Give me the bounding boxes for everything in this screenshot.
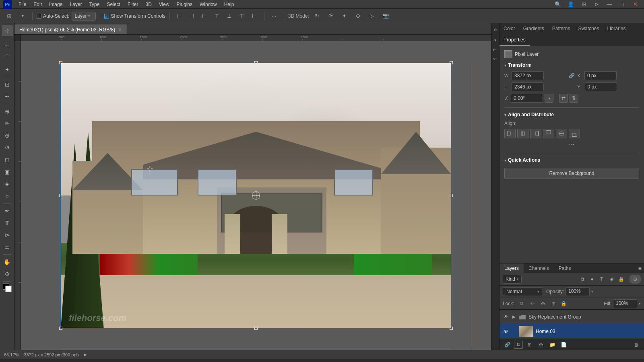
align-right-btn[interactable]: ⊢	[199, 11, 210, 21]
transform-handle-tr[interactable]	[450, 61, 453, 64]
blur-tool[interactable]: ◈	[2, 178, 13, 189]
filter-pixel-btn[interactable]: ⧉	[578, 275, 587, 284]
auto-select-checkbox[interactable]	[37, 14, 41, 19]
brush-tool[interactable]: ✏	[2, 118, 13, 129]
transform-handle-bc[interactable]	[254, 327, 258, 330]
crop-tool[interactable]: ⊡	[2, 79, 13, 90]
menu-type[interactable]: Type	[86, 1, 103, 8]
dodge-tool[interactable]: ○	[2, 190, 13, 202]
color-swatch[interactable]	[3, 283, 12, 292]
layers-tab[interactable]: Layers	[500, 263, 524, 273]
align-section-header[interactable]: ▾ Align and Distribute	[504, 112, 639, 117]
filter-kind-dropdown[interactable]: Kind ▾	[503, 275, 522, 284]
canvas-scroll[interactable]: filehorse.com	[21, 41, 491, 350]
healing-tool[interactable]: ⊕	[2, 106, 13, 117]
history-panel-btn[interactable]: ⟳	[493, 27, 497, 33]
filter-shape-btn[interactable]: ◈	[607, 275, 616, 284]
link-wh-btn[interactable]: 🔗	[569, 73, 575, 78]
filter-smart-btn[interactable]: 🔒	[617, 275, 625, 284]
menu-help[interactable]: Help	[221, 1, 237, 8]
menu-window[interactable]: Window	[196, 1, 220, 8]
remove-background-btn[interactable]: Remove Background	[504, 168, 639, 179]
align-center-h-edge-btn[interactable]	[517, 129, 528, 138]
distribute-left-btn[interactable]: ⊢	[249, 11, 260, 21]
opacity-value[interactable]: 100%	[566, 287, 590, 296]
shape-tool[interactable]: ▭	[2, 241, 13, 253]
transform-handle-bl[interactable]	[59, 327, 62, 330]
account-btn[interactable]: 👤	[565, 0, 576, 9]
paths-tab[interactable]: Paths	[554, 263, 576, 273]
flip-v-btn[interactable]: ⇅	[570, 94, 578, 103]
history-brush-tool[interactable]: ↺	[2, 142, 13, 153]
close-btn[interactable]: ✕	[630, 0, 641, 9]
auto-select-type-dropdown[interactable]: Layer	[72, 12, 96, 21]
paragraph-panel-btn[interactable]: ¶	[493, 56, 497, 61]
layer-delete-btn[interactable]: 🗑	[632, 341, 641, 349]
layer-visibility-home03[interactable]: 👁	[503, 328, 509, 335]
tab-patterns[interactable]: Patterns	[548, 23, 574, 35]
filter-toggle-btn[interactable]: ⊙	[630, 275, 641, 284]
tab-libraries[interactable]: Libraries	[603, 23, 630, 35]
show-transform-checkbox[interactable]: ✓	[104, 14, 109, 19]
layer-visibility-sky[interactable]: 👁	[503, 314, 509, 320]
transform-section-header[interactable]: ▾ Transform	[504, 62, 639, 68]
filter-adjust-btn[interactable]: ●	[588, 275, 597, 284]
menu-edit[interactable]: Edit	[30, 1, 45, 8]
clone-tool[interactable]: ⊕	[2, 130, 13, 141]
3d-roll-btn[interactable]: ⟳	[325, 11, 336, 21]
gradient-tool[interactable]: ▣	[2, 166, 13, 177]
move-tool-btn[interactable]: ⊕	[3, 11, 14, 21]
align-top-edge-btn[interactable]	[543, 129, 554, 138]
menu-view[interactable]: View	[156, 1, 173, 8]
search-btn[interactable]: 🔍	[552, 0, 564, 9]
menu-layer[interactable]: Layer	[66, 1, 85, 8]
angle-input[interactable]: 0.00°	[511, 94, 543, 103]
layer-adjustment-btn[interactable]: ⊕	[537, 341, 545, 349]
channels-tab[interactable]: Channels	[524, 263, 554, 273]
width-input[interactable]	[512, 71, 544, 80]
align-center-v-edge-btn[interactable]	[556, 129, 567, 138]
align-left-edge-btn[interactable]	[504, 129, 516, 138]
background-color[interactable]	[5, 286, 12, 292]
align-top-btn[interactable]: ⊤	[211, 11, 223, 21]
menu-file[interactable]: File	[15, 1, 29, 8]
transform-handle-ml[interactable]	[59, 194, 62, 197]
more-toolbar-btn[interactable]: ···	[268, 11, 280, 21]
tab-color[interactable]: Color	[500, 23, 519, 35]
align-center-h-btn[interactable]: ⊣	[186, 11, 198, 21]
layer-mask-btn[interactable]: ⊞	[525, 341, 534, 349]
blend-mode-dropdown[interactable]: Normal ▾	[503, 287, 543, 296]
transform-handle-mr[interactable]	[450, 194, 453, 197]
layer-fx-btn[interactable]: fx	[514, 341, 523, 349]
lock-move-btn[interactable]: ⊕	[539, 300, 547, 308]
3d-rotate-btn[interactable]: ↻	[312, 11, 323, 21]
opacity-dropdown-btn[interactable]: ▾	[591, 290, 593, 294]
layer-expand-sky[interactable]: ▶	[512, 315, 516, 319]
lock-artboard-btn[interactable]: ⊞	[549, 300, 558, 308]
transform-handle-tc[interactable]	[254, 61, 258, 64]
eraser-tool[interactable]: ◻	[2, 154, 13, 165]
pen-tool[interactable]: ✒	[2, 205, 13, 216]
angle-dropdown-btn[interactable]: ▾	[545, 94, 553, 103]
fill-value[interactable]: 100%	[613, 299, 637, 308]
hand-tool[interactable]: ✋	[2, 256, 13, 267]
align-middle-v-btn[interactable]: ⊥	[224, 11, 235, 21]
menu-filter[interactable]: Filter	[124, 1, 142, 8]
quick-select-tool[interactable]: ✦	[2, 64, 13, 75]
lock-pixels-btn[interactable]: ⧉	[518, 300, 526, 308]
3d-pan-btn[interactable]: ✦	[339, 11, 350, 21]
fill-dropdown-btn[interactable]: ▾	[639, 302, 641, 306]
type-tool[interactable]: T	[2, 217, 13, 228]
more-btn[interactable]: ⊳	[591, 0, 602, 9]
status-arrow-btn[interactable]: ▶	[84, 352, 87, 357]
layer-row-sky-replacement[interactable]: 👁 ▶ Sky Replacement Group	[500, 310, 644, 324]
height-input[interactable]	[512, 82, 544, 91]
menu-image[interactable]: Image	[46, 1, 66, 8]
layer-link-btn[interactable]: 🔗	[503, 341, 512, 349]
document-tab[interactable]: Home03(1).psd @ 66.2% (Home 03, RGB/8) ✕	[14, 25, 127, 34]
lock-all-btn[interactable]: 🔒	[559, 300, 568, 308]
marquee-tool[interactable]: ▭	[2, 40, 13, 51]
lasso-tool[interactable]: ⌒	[2, 52, 13, 63]
lock-draw-btn[interactable]: ✏	[528, 300, 537, 308]
minimize-btn[interactable]: —	[604, 0, 615, 9]
